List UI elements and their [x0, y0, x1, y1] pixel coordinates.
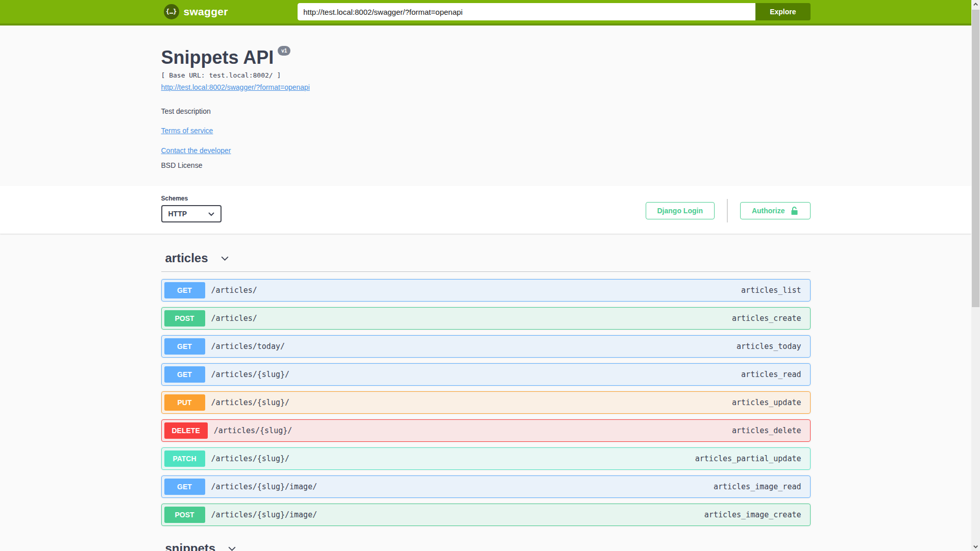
- operation-path: /articles/: [211, 314, 257, 323]
- contact-developer-link[interactable]: Contact the developer: [161, 146, 231, 155]
- schemes-group: Schemes HTTP: [161, 195, 222, 222]
- operations-container: articles GET /articles/ articles_list PO…: [161, 234, 811, 551]
- api-info: Snippets API v1 [ Base URL: test.local:8…: [161, 26, 811, 186]
- operation-path: /articles/{slug}/: [211, 370, 290, 379]
- operation-row[interactable]: GET /articles/today/ articles_today: [161, 335, 811, 358]
- terms-of-service-link[interactable]: Terms of service: [161, 127, 213, 135]
- method-badge: PATCH: [164, 450, 205, 467]
- method-badge: GET: [164, 338, 205, 355]
- operation-list: GET /articles/ articles_list POST /artic…: [161, 279, 811, 526]
- chevron-up-icon: [973, 2, 978, 7]
- topbar: {…} swagger Explore: [0, 0, 971, 26]
- section-header[interactable]: snippets: [161, 534, 811, 551]
- scrollbar-thumb[interactable]: [972, 10, 979, 307]
- operation-row[interactable]: POST /articles/ articles_create: [161, 307, 811, 330]
- method-badge: GET: [164, 366, 205, 383]
- django-login-label: Django Login: [657, 207, 703, 215]
- method-badge: POST: [164, 310, 205, 327]
- section-title-text: snippets: [165, 541, 216, 551]
- swagger-logo: {…} swagger: [164, 4, 228, 19]
- auth-wrapper: Django Login Authorize: [646, 199, 811, 222]
- base-url: [ Base URL: test.local:8002/ ]: [161, 71, 811, 79]
- method-badge: PUT: [164, 394, 205, 411]
- chevron-down-icon: [207, 210, 215, 218]
- download-url-wrapper: Explore: [298, 3, 810, 20]
- api-description: Test description: [161, 107, 811, 115]
- operation-path: /articles/{slug}/image/: [211, 482, 317, 491]
- auth-divider: [727, 199, 728, 222]
- operation-id: articles_image_read: [714, 482, 807, 491]
- operation-id: articles_image_create: [704, 510, 807, 519]
- operation-id: articles_today: [737, 342, 807, 351]
- operation-id: articles_delete: [732, 426, 807, 435]
- swagger-logo-text: swagger: [184, 6, 228, 18]
- schemes-selected-value: HTTP: [168, 210, 187, 218]
- scheme-container: Schemes HTTP Django Login Authorize: [0, 186, 971, 234]
- license-text: BSD License: [161, 161, 811, 169]
- operation-row[interactable]: PATCH /articles/{slug}/ articles_partial…: [161, 447, 811, 470]
- swagger-logo-icon: {…}: [164, 4, 179, 19]
- operation-path: /articles/{slug}/: [214, 426, 292, 435]
- unlock-icon: [790, 206, 799, 216]
- api-title-text: Snippets API: [161, 47, 274, 68]
- swagger-ui-page: {…} swagger Explore Snippets API v1 [ Ba…: [0, 0, 971, 551]
- spec-link[interactable]: http://test.local:8002/swagger/?format=o…: [161, 83, 310, 91]
- method-badge: DELETE: [164, 422, 208, 439]
- operation-row[interactable]: DELETE /articles/{slug}/ articles_delete: [161, 419, 811, 442]
- method-badge: GET: [164, 282, 205, 298]
- operation-id: articles_create: [732, 314, 807, 323]
- operation-path: /articles/{slug}/: [211, 454, 290, 463]
- operation-path: /articles/: [211, 286, 257, 295]
- django-login-button[interactable]: Django Login: [646, 202, 715, 219]
- method-badge: POST: [164, 507, 205, 523]
- operation-row[interactable]: POST /articles/{slug}/image/ articles_im…: [161, 504, 811, 526]
- operation-row[interactable]: GET /articles/{slug}/ articles_read: [161, 363, 811, 386]
- scrollbar-down-arrow[interactable]: [971, 542, 980, 551]
- chevron-down-icon: [973, 544, 978, 549]
- section-snippets: snippets GET /snippets/ snippets_list: [161, 534, 811, 551]
- operation-path: /articles/{slug}/: [211, 398, 290, 407]
- authorize-button[interactable]: Authorize: [740, 202, 811, 219]
- operation-id: articles_list: [741, 286, 807, 295]
- chevron-down-icon: [227, 543, 237, 551]
- operation-path: /articles/today/: [211, 342, 285, 351]
- section-articles: articles GET /articles/ articles_list PO…: [161, 244, 811, 526]
- operation-id: articles_partial_update: [695, 454, 807, 463]
- method-badge: GET: [164, 479, 205, 495]
- schemes-label: Schemes: [161, 195, 222, 202]
- operation-row[interactable]: PUT /articles/{slug}/ articles_update: [161, 391, 811, 414]
- page-title: Snippets API v1: [161, 47, 811, 68]
- operation-path: /articles/{slug}/image/: [211, 510, 317, 519]
- section-header[interactable]: articles: [161, 244, 811, 272]
- scrollbar-up-arrow[interactable]: [971, 0, 980, 9]
- chevron-down-icon: [219, 253, 230, 264]
- authorize-label: Authorize: [752, 207, 785, 215]
- operation-row[interactable]: GET /articles/ articles_list: [161, 279, 811, 302]
- scrollbar[interactable]: [971, 0, 980, 551]
- operation-id: articles_read: [741, 370, 807, 379]
- version-badge: v1: [278, 46, 290, 56]
- schemes-select[interactable]: HTTP: [161, 205, 222, 222]
- spec-url-input[interactable]: [298, 3, 755, 20]
- explore-button[interactable]: Explore: [755, 3, 810, 20]
- operation-id: articles_update: [732, 398, 807, 407]
- section-title-text: articles: [165, 251, 208, 265]
- operation-row[interactable]: GET /articles/{slug}/image/ articles_ima…: [161, 475, 811, 498]
